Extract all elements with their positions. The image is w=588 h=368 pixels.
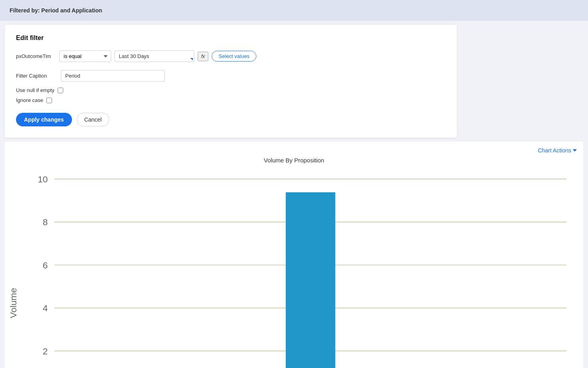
filter-bar-prefix: Filtered by: [10,7,41,14]
ignore-case-checkbox[interactable] [46,98,52,103]
value-input-arrow-icon[interactable] [190,58,193,60]
caption-input[interactable] [61,70,165,82]
svg-text:8: 8 [43,217,48,227]
filter-bar: Filtered by: Period and Application [0,0,588,21]
use-null-checkbox[interactable] [58,88,63,93]
ignore-case-row: Ignore case [16,97,446,103]
value-input-wrapper [114,50,194,62]
chart-actions-dropdown-icon [573,149,577,152]
field-name-label: pxOutcomeTim [16,53,56,59]
bar-dastctriggeroffer1 [286,192,335,368]
edit-filter-panel: Edit filter pxOutcomeTim is equal is not… [5,25,457,138]
svg-text:10: 10 [38,174,48,184]
filter-period: Period [41,7,59,14]
filter-row: pxOutcomeTim is equal is not equal conta… [16,50,446,62]
caption-label: Filter Caption [16,73,56,79]
filter-connector: and [59,7,72,14]
chart-svg: 0 2 4 6 8 10 Volume DastcTriggerOffer1 P… [5,171,583,368]
value-input[interactable] [114,50,194,62]
svg-text:4: 4 [43,303,48,313]
cancel-button[interactable]: Cancel [77,113,110,126]
caption-row: Filter Caption [16,70,446,82]
use-null-row: Use null if empty [16,87,446,93]
svg-text:2: 2 [43,346,48,356]
chart-actions-row: Chart Actions [5,142,583,155]
fx-button[interactable]: fx [198,52,208,61]
svg-text:Volume: Volume [8,288,18,318]
chart-actions-label: Chart Actions [538,147,571,154]
svg-text:6: 6 [43,260,48,270]
filter-application: Application [72,7,102,14]
apply-changes-button[interactable]: Apply changes [16,113,72,126]
select-values-button[interactable]: Select values [212,51,256,62]
panel-title: Edit filter [16,34,446,42]
use-null-label: Use null if empty [16,87,54,93]
operator-select[interactable]: is equal is not equal contains starts wi… [59,50,111,62]
button-row: Apply changes Cancel [16,113,446,126]
chart-container: 0 2 4 6 8 10 Volume DastcTriggerOffer1 P… [5,167,583,368]
chart-section: Chart Actions Volume By Proposition 0 2 … [5,142,583,368]
chart-title: Volume By Proposition [5,155,583,167]
ignore-case-label: Ignore case [16,97,43,103]
chart-actions-button[interactable]: Chart Actions [538,147,577,154]
